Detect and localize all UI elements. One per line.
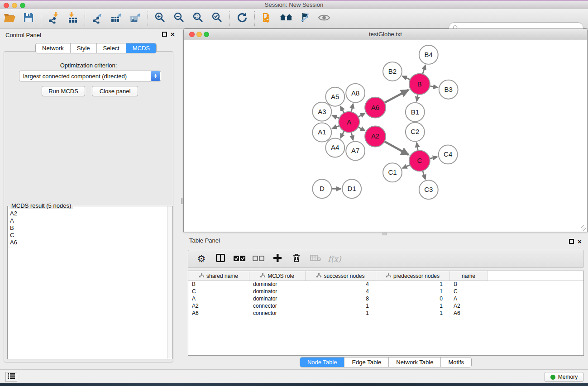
table-settings-button[interactable]: ⚙ xyxy=(194,252,209,266)
vertical-scroll-thumb[interactable] xyxy=(181,198,183,204)
add-column-button[interactable] xyxy=(270,252,285,266)
edge-A2-C[interactable] xyxy=(384,142,408,155)
result-item[interactable]: B xyxy=(10,224,167,232)
node-C3[interactable]: C3 xyxy=(419,180,438,199)
network-canvas[interactable]: B4B2BB3A8A5A6A3B1AA1C2A2A4A7C4CC1DD1C3 xyxy=(184,40,587,232)
node-table[interactable]: shared nameMCDS rolesuccessor nodesprede… xyxy=(188,271,584,356)
cell[interactable]: A xyxy=(450,295,488,303)
node-A7[interactable]: A7 xyxy=(346,141,365,160)
edge-A6-B[interactable] xyxy=(384,90,408,103)
edge-C-C4[interactable] xyxy=(430,157,437,159)
net-close-traffic-light[interactable] xyxy=(189,32,195,37)
cell[interactable]: connector xyxy=(249,303,306,310)
cell[interactable]: 4 xyxy=(306,281,376,288)
hide-selected-button[interactable] xyxy=(296,11,314,26)
column-header-name[interactable]: name xyxy=(450,271,488,281)
zoom-traffic-light[interactable] xyxy=(20,3,25,8)
table-tab-motifs[interactable]: Motifs xyxy=(441,357,471,367)
node-B3[interactable]: B3 xyxy=(439,80,458,99)
cell[interactable]: dominator xyxy=(249,295,306,303)
zoom-out-button[interactable] xyxy=(170,11,188,26)
node-D[interactable]: D xyxy=(312,179,331,198)
result-scrollbar[interactable] xyxy=(167,206,172,359)
cell[interactable]: dominator xyxy=(249,288,306,295)
edge-A-A5[interactable] xyxy=(340,106,344,113)
cell[interactable]: 1 xyxy=(376,303,450,310)
run-mcds-button[interactable]: Run MCDS xyxy=(42,86,85,96)
cell[interactable]: 1 xyxy=(376,288,450,295)
node-A2[interactable]: A2 xyxy=(365,126,386,147)
cell[interactable]: B xyxy=(450,281,488,288)
edge-B-B1[interactable] xyxy=(417,94,418,101)
cell[interactable]: C xyxy=(450,288,488,295)
node-A6[interactable]: A6 xyxy=(365,97,386,118)
node-C[interactable]: C xyxy=(409,150,430,171)
zoom-fit-button[interactable] xyxy=(189,11,207,26)
result-item[interactable]: A xyxy=(10,217,167,224)
edge-A-A6[interactable] xyxy=(358,113,365,117)
node-A8[interactable]: A8 xyxy=(346,84,365,103)
node-A4[interactable]: A4 xyxy=(325,138,344,157)
delete-table-button[interactable] xyxy=(308,252,323,266)
network-graph[interactable]: B4B2BB3A8A5A6A3B1AA1C2A2A4A7C4CC1DD1C3 xyxy=(184,40,587,232)
minimize-traffic-light[interactable] xyxy=(12,3,17,8)
export-table-button[interactable] xyxy=(107,11,125,26)
column-header-predecessor-nodes[interactable]: predecessor nodes xyxy=(376,271,450,281)
function-builder-button[interactable]: f(x) xyxy=(327,252,342,266)
tab-select[interactable]: Select xyxy=(97,43,126,53)
cell[interactable]: 8 xyxy=(306,295,376,303)
cell[interactable]: 0 xyxy=(376,295,450,303)
tab-network[interactable]: Network xyxy=(36,43,71,53)
table-row[interactable]: A6connector11A6 xyxy=(188,310,583,317)
result-item[interactable]: A6 xyxy=(10,239,167,246)
table-row[interactable]: Cdominator41C xyxy=(188,288,583,295)
edge-C-C1[interactable] xyxy=(402,165,410,168)
criterion-dropdown[interactable]: largest connected component (directed) ▲… xyxy=(19,71,161,81)
node-B2[interactable]: B2 xyxy=(383,62,402,81)
cell[interactable]: 1 xyxy=(306,303,376,310)
first-neighbors-button[interactable] xyxy=(277,11,295,26)
mcds-result-list[interactable]: A2ABCA6 xyxy=(8,210,167,358)
float-panel-icon[interactable] xyxy=(162,32,167,37)
edge-C-C2[interactable] xyxy=(417,143,418,151)
column-header-MCDS-role[interactable]: MCDS role xyxy=(249,271,306,281)
open-file-button[interactable] xyxy=(0,11,19,26)
column-layout-button[interactable] xyxy=(213,252,228,266)
apply-layout-button[interactable] xyxy=(233,11,251,26)
edge-A-A7[interactable] xyxy=(351,132,353,140)
node-B1[interactable]: B1 xyxy=(406,103,425,122)
cell[interactable]: A2 xyxy=(450,303,488,310)
float-table-panel-icon[interactable] xyxy=(569,239,574,244)
node-C2[interactable]: C2 xyxy=(406,123,425,142)
edge-A-A3[interactable] xyxy=(332,115,339,118)
close-panel-button[interactable]: Close panel xyxy=(92,86,138,96)
edge-B-B4[interactable] xyxy=(423,65,425,74)
column-header-shared-name[interactable]: shared name xyxy=(188,271,249,281)
node-A1[interactable]: A1 xyxy=(312,123,331,142)
node-D1[interactable]: D1 xyxy=(342,179,361,198)
table-tab-network-table[interactable]: Network Table xyxy=(389,357,441,367)
resize-grip-icon[interactable] xyxy=(581,225,586,231)
cell[interactable]: A6 xyxy=(188,310,249,317)
show-all-button[interactable] xyxy=(315,11,333,26)
save-session-button[interactable] xyxy=(19,11,38,26)
cell[interactable]: 4 xyxy=(306,288,376,295)
close-table-panel-icon[interactable]: × xyxy=(578,239,582,244)
result-item[interactable]: A2 xyxy=(10,210,167,217)
node-B4[interactable]: B4 xyxy=(419,45,438,64)
cell[interactable]: 1 xyxy=(306,310,376,317)
cell[interactable]: A xyxy=(188,295,249,303)
cell[interactable]: A6 xyxy=(450,310,488,317)
select-all-columns-button[interactable] xyxy=(232,252,247,266)
result-item[interactable]: C xyxy=(10,232,167,239)
edge-A-A2[interactable] xyxy=(358,127,365,131)
node-A[interactable]: A xyxy=(339,112,359,133)
memory-button[interactable]: Memory xyxy=(545,372,583,382)
cell[interactable]: B xyxy=(188,281,249,288)
node-C4[interactable]: C4 xyxy=(439,145,458,164)
table-tab-edge-table[interactable]: Edge Table xyxy=(344,357,389,367)
deselect-all-columns-button[interactable] xyxy=(251,252,266,266)
zoom-selected-button[interactable] xyxy=(208,11,226,26)
import-network-button[interactable] xyxy=(44,11,62,26)
node-B[interactable]: B xyxy=(409,74,430,95)
